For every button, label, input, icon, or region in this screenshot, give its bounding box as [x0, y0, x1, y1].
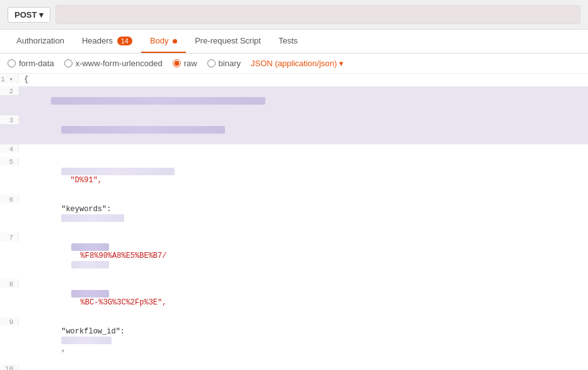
option-form-data[interactable]: form-data [8, 59, 54, 68]
line-content-5: "D%91", [19, 157, 588, 195]
headers-badge: 14 [117, 37, 132, 45]
code-editor[interactable]: 1 ▾ { 2 3 4 5 "D%91", 6 "keywords": [0, 74, 588, 370]
line-number-6: 6 [0, 195, 19, 204]
line-content-7: %F8%90%A8%E5%BE%B7/ [19, 233, 588, 279]
code-line-9: 9 "workflow_id": , [0, 317, 588, 364]
line-content-3 [19, 115, 588, 144]
line-content-8: %BC-%3G%3C%2Fp%3E", [19, 279, 588, 317]
code-line-1: 1 ▾ { [0, 74, 588, 86]
code-line-7: 7 %F8%90%A8%E5%BE%B7/ [0, 233, 588, 279]
body-dot [173, 39, 177, 43]
tab-tests[interactable]: Tests [270, 30, 306, 53]
blurred-8a [71, 290, 109, 298]
code-line-3: 3 [0, 115, 588, 144]
line-number-9: 9 [0, 317, 19, 326]
line-content-10: "w ":" [19, 364, 588, 370]
blurred-5a [61, 168, 175, 175]
method-label: POST [14, 10, 37, 20]
code-line-5: 5 "D%91", [0, 157, 588, 195]
line-number-7: 7 [0, 233, 19, 241]
line-content-1: { [19, 74, 588, 85]
json-format-select[interactable]: JSON (application/json) ▾ [251, 59, 343, 68]
option-raw[interactable]: raw [173, 59, 197, 68]
code-line-4: 4 [0, 144, 588, 157]
tab-body[interactable]: Body [141, 30, 186, 53]
tab-prerequest[interactable]: Pre-request Script [186, 30, 270, 53]
blurred-2 [51, 97, 265, 105]
line-number-1: 1 ▾ [0, 74, 19, 83]
top-bar: POST ▾ [0, 0, 588, 30]
line-content-2 [19, 86, 588, 115]
blurred-7a [71, 243, 109, 251]
option-urlencoded[interactable]: x-www-form-urlencoded [64, 59, 163, 68]
line-number-8: 8 [0, 279, 19, 288]
code-line-2: 2 [0, 86, 588, 115]
option-binary[interactable]: binary [207, 59, 241, 68]
tab-headers[interactable]: Headers 14 [73, 30, 141, 53]
method-badge[interactable]: POST ▾ [8, 7, 50, 23]
line-number-5: 5 [0, 157, 19, 166]
code-line-8: 8 %BC-%3G%3C%2Fp%3E", [0, 279, 588, 317]
line-number-3: 3 [0, 115, 19, 124]
code-line-6: 6 "keywords": [0, 195, 588, 233]
line-content-4 [19, 144, 588, 147]
blurred-3 [61, 126, 225, 134]
line-content-9: "workflow_id": , [19, 317, 588, 364]
code-line-10: 10 "w ":" [0, 364, 588, 370]
blurred-7b [71, 261, 109, 269]
json-dropdown-icon: ▾ [339, 59, 343, 68]
tab-authorization[interactable]: Authorization [8, 30, 73, 53]
url-input[interactable] [55, 5, 580, 24]
line-number-10: 10 [0, 364, 19, 370]
line-content-6: "keywords": [19, 195, 588, 233]
blurred-6 [61, 214, 124, 222]
line-number-4: 4 [0, 144, 19, 153]
method-dropdown-icon: ▾ [39, 10, 43, 20]
request-tabs: Authorization Headers 14 Body Pre-reques… [0, 30, 588, 54]
line-number-2: 2 [0, 86, 19, 95]
blurred-9 [61, 337, 112, 344]
body-options: form-data x-www-form-urlencoded raw bina… [0, 54, 588, 74]
